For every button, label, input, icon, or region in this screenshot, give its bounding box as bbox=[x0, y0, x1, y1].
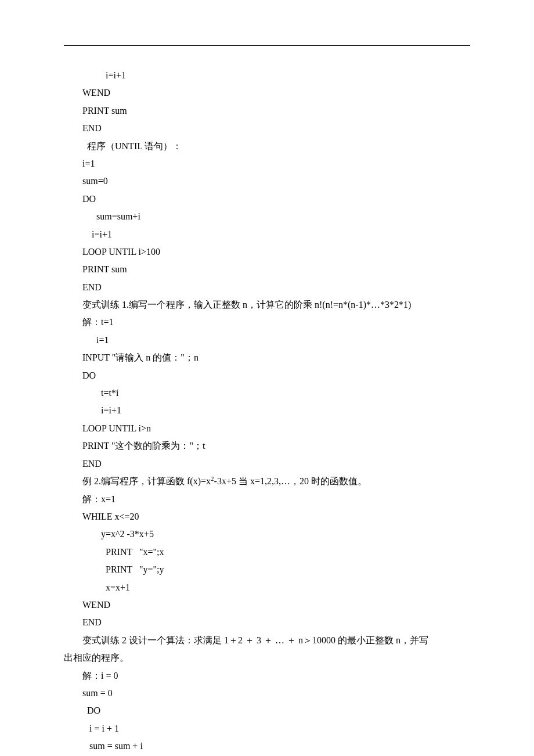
text-line: i = i + 1 bbox=[64, 720, 470, 737]
text-line: 例 2.编写程序，计算函数 f(x)=x2-3x+5 当 x=1,2,3,…，2… bbox=[64, 473, 470, 491]
text-line: 程序（UNTIL 语句）： bbox=[64, 138, 470, 155]
header-rule bbox=[64, 45, 470, 46]
document-content: i=i+1WENDPRINT sumEND 程序（UNTIL 语句）：i=1su… bbox=[64, 67, 470, 756]
text-line: WEND bbox=[64, 84, 470, 102]
text-line: 变式训练 2 设计一个算法：求满足 1＋2 ＋ 3 ＋ … ＋ n＞10000 … bbox=[64, 632, 470, 649]
text-line: END bbox=[64, 279, 470, 296]
text-line: PRINT "这个数的阶乘为："；t bbox=[64, 437, 470, 455]
text-line: sum = sum + i bbox=[64, 737, 470, 755]
text-line: i=i+1 bbox=[64, 226, 470, 243]
text-line: i=1 bbox=[64, 155, 470, 172]
document-page: i=i+1WENDPRINT sumEND 程序（UNTIL 语句）：i=1su… bbox=[0, 0, 534, 756]
text-line: sum = 0 bbox=[64, 685, 470, 702]
text-line: END bbox=[64, 614, 470, 631]
text-line: 出相应的程序。 bbox=[64, 649, 470, 667]
text-line: sum=sum+i bbox=[64, 208, 470, 225]
text-line: PRINT "y=";y bbox=[64, 561, 470, 578]
text-line: WEND bbox=[64, 596, 470, 614]
text-line: 解：t=1 bbox=[64, 314, 470, 331]
text-line: 解：i = 0 bbox=[64, 667, 470, 685]
text-line: PRINT "x=";x bbox=[64, 543, 470, 561]
text-line: t=t*i bbox=[64, 384, 470, 402]
text-line: END bbox=[64, 455, 470, 473]
text-line: sum=0 bbox=[64, 172, 470, 190]
text-line: PRINT sum bbox=[64, 261, 470, 278]
text-line: PRINT sum bbox=[64, 102, 470, 120]
text-line: WHILE x<=20 bbox=[64, 508, 470, 525]
text-line: 解：x=1 bbox=[64, 491, 470, 508]
text-line: LOOP UNTIL i>100 bbox=[64, 243, 470, 261]
text-line: 变式训练 1.编写一个程序，输入正整数 n，计算它的阶乘 n!(n!=n*(n-… bbox=[64, 296, 470, 314]
text-line: i=1 bbox=[64, 332, 470, 349]
text-line: LOOP UNTIL i>n bbox=[64, 420, 470, 437]
text-line: END bbox=[64, 120, 470, 137]
text-line: y=x^2 -3*x+5 bbox=[64, 525, 470, 543]
text-line: DO bbox=[64, 702, 470, 719]
text-line: x=x+1 bbox=[64, 579, 470, 596]
text-line: INPUT "请输入 n 的值："；n bbox=[64, 349, 470, 366]
text-line: DO bbox=[64, 367, 470, 384]
text-line: DO bbox=[64, 190, 470, 208]
text-line: i=i+1 bbox=[64, 402, 470, 419]
text-line: i=i+1 bbox=[64, 67, 470, 84]
